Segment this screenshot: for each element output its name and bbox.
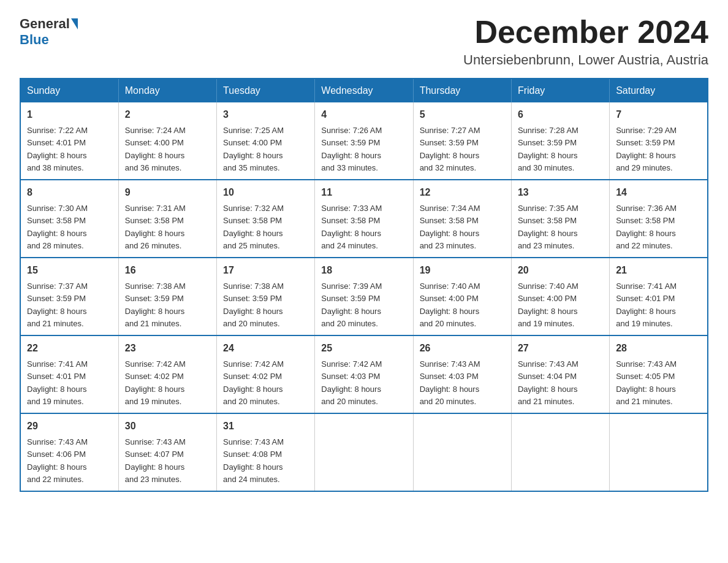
day-number: 25 <box>321 341 406 356</box>
day-info: Sunrise: 7:40 AMSunset: 4:00 PMDaylight:… <box>518 282 578 328</box>
day-number: 7 <box>616 107 701 122</box>
day-number: 8 <box>27 185 112 200</box>
col-tuesday: Tuesday <box>217 79 315 102</box>
day-number: 20 <box>518 263 603 278</box>
calendar-day-cell <box>511 413 609 491</box>
calendar-day-cell: 1 Sunrise: 7:22 AMSunset: 4:01 PMDayligh… <box>20 102 118 180</box>
day-info: Sunrise: 7:36 AMSunset: 3:58 PMDaylight:… <box>616 204 677 250</box>
day-info: Sunrise: 7:35 AMSunset: 3:58 PMDaylight:… <box>518 204 578 250</box>
calendar-day-cell: 31 Sunrise: 7:43 AMSunset: 4:08 PMDaylig… <box>217 413 315 491</box>
day-info: Sunrise: 7:43 AMSunset: 4:06 PMDaylight:… <box>27 437 88 484</box>
calendar-day-cell: 6 Sunrise: 7:28 AMSunset: 3:59 PMDayligh… <box>511 102 609 180</box>
col-sunday: Sunday <box>20 79 118 102</box>
day-number: 17 <box>223 263 308 278</box>
day-number: 22 <box>27 341 112 356</box>
calendar-day-cell <box>413 413 511 491</box>
day-number: 27 <box>518 341 603 356</box>
day-number: 26 <box>420 341 505 356</box>
day-number: 21 <box>616 263 701 278</box>
logo-text-general: General <box>20 16 70 31</box>
calendar-day-cell: 29 Sunrise: 7:43 AMSunset: 4:06 PMDaylig… <box>20 413 118 491</box>
day-number: 16 <box>125 263 210 278</box>
day-info: Sunrise: 7:43 AMSunset: 4:05 PMDaylight:… <box>616 359 677 406</box>
calendar-week-row: 1 Sunrise: 7:22 AMSunset: 4:01 PMDayligh… <box>20 102 708 180</box>
day-number: 14 <box>616 185 701 200</box>
day-number: 18 <box>321 263 406 278</box>
day-number: 29 <box>27 419 112 434</box>
day-number: 12 <box>420 185 505 200</box>
day-info: Sunrise: 7:37 AMSunset: 3:59 PMDaylight:… <box>27 282 88 328</box>
col-wednesday: Wednesday <box>315 79 413 102</box>
day-info: Sunrise: 7:34 AMSunset: 3:58 PMDaylight:… <box>420 204 480 250</box>
day-info: Sunrise: 7:25 AMSunset: 4:00 PMDaylight:… <box>223 126 284 172</box>
calendar-day-cell: 30 Sunrise: 7:43 AMSunset: 4:07 PMDaylig… <box>118 413 216 491</box>
day-info: Sunrise: 7:40 AMSunset: 4:00 PMDaylight:… <box>420 282 480 328</box>
day-number: 10 <box>223 185 308 200</box>
calendar-day-cell: 14 Sunrise: 7:36 AMSunset: 3:58 PMDaylig… <box>610 180 708 258</box>
col-saturday: Saturday <box>610 79 708 102</box>
day-info: Sunrise: 7:30 AMSunset: 3:58 PMDaylight:… <box>27 204 88 250</box>
calendar-day-cell: 21 Sunrise: 7:41 AMSunset: 4:01 PMDaylig… <box>610 258 708 335</box>
day-info: Sunrise: 7:43 AMSunset: 4:04 PMDaylight:… <box>518 359 578 406</box>
day-info: Sunrise: 7:43 AMSunset: 4:03 PMDaylight:… <box>420 359 480 406</box>
day-info: Sunrise: 7:28 AMSunset: 3:59 PMDaylight:… <box>518 126 578 172</box>
day-info: Sunrise: 7:43 AMSunset: 4:07 PMDaylight:… <box>125 437 186 484</box>
calendar-day-cell: 24 Sunrise: 7:42 AMSunset: 4:02 PMDaylig… <box>217 335 315 413</box>
day-info: Sunrise: 7:22 AMSunset: 4:01 PMDaylight:… <box>27 126 88 172</box>
calendar-day-cell: 9 Sunrise: 7:31 AMSunset: 3:58 PMDayligh… <box>118 180 216 258</box>
day-info: Sunrise: 7:38 AMSunset: 3:59 PMDaylight:… <box>125 282 186 328</box>
calendar-day-cell: 27 Sunrise: 7:43 AMSunset: 4:04 PMDaylig… <box>511 335 609 413</box>
day-number: 6 <box>518 107 603 122</box>
day-number: 23 <box>125 341 210 356</box>
day-info: Sunrise: 7:43 AMSunset: 4:08 PMDaylight:… <box>223 437 284 484</box>
location-subtitle: Untersiebenbrunn, Lower Austria, Austria <box>463 52 708 68</box>
day-number: 1 <box>27 107 112 122</box>
day-info: Sunrise: 7:42 AMSunset: 4:03 PMDaylight:… <box>321 359 382 406</box>
day-number: 5 <box>420 107 505 122</box>
day-info: Sunrise: 7:33 AMSunset: 3:58 PMDaylight:… <box>321 204 382 250</box>
day-number: 30 <box>125 419 210 434</box>
calendar-day-cell: 12 Sunrise: 7:34 AMSunset: 3:58 PMDaylig… <box>413 180 511 258</box>
day-info: Sunrise: 7:29 AMSunset: 3:59 PMDaylight:… <box>616 126 677 172</box>
calendar-day-cell: 7 Sunrise: 7:29 AMSunset: 3:59 PMDayligh… <box>610 102 708 180</box>
day-number: 15 <box>27 263 112 278</box>
day-info: Sunrise: 7:26 AMSunset: 3:59 PMDaylight:… <box>321 126 382 172</box>
day-number: 24 <box>223 341 308 356</box>
day-info: Sunrise: 7:24 AMSunset: 4:00 PMDaylight:… <box>125 126 186 172</box>
col-friday: Friday <box>511 79 609 102</box>
calendar-day-cell: 20 Sunrise: 7:40 AMSunset: 4:00 PMDaylig… <box>511 258 609 335</box>
calendar-day-cell: 4 Sunrise: 7:26 AMSunset: 3:59 PMDayligh… <box>315 102 413 180</box>
day-number: 11 <box>321 185 406 200</box>
day-number: 3 <box>223 107 308 122</box>
calendar-day-cell: 17 Sunrise: 7:38 AMSunset: 3:59 PMDaylig… <box>217 258 315 335</box>
day-number: 31 <box>223 419 308 434</box>
calendar-day-cell <box>610 413 708 491</box>
day-number: 19 <box>420 263 505 278</box>
calendar-day-cell <box>315 413 413 491</box>
calendar-day-cell: 18 Sunrise: 7:39 AMSunset: 3:59 PMDaylig… <box>315 258 413 335</box>
day-number: 2 <box>125 107 210 122</box>
calendar-week-row: 29 Sunrise: 7:43 AMSunset: 4:06 PMDaylig… <box>20 413 708 491</box>
calendar-day-cell: 2 Sunrise: 7:24 AMSunset: 4:00 PMDayligh… <box>118 102 216 180</box>
calendar-week-row: 22 Sunrise: 7:41 AMSunset: 4:01 PMDaylig… <box>20 335 708 413</box>
calendar-day-cell: 3 Sunrise: 7:25 AMSunset: 4:00 PMDayligh… <box>217 102 315 180</box>
day-info: Sunrise: 7:39 AMSunset: 3:59 PMDaylight:… <box>321 282 382 328</box>
calendar-day-cell: 15 Sunrise: 7:37 AMSunset: 3:59 PMDaylig… <box>20 258 118 335</box>
col-monday: Monday <box>118 79 216 102</box>
calendar-day-cell: 25 Sunrise: 7:42 AMSunset: 4:03 PMDaylig… <box>315 335 413 413</box>
day-info: Sunrise: 7:41 AMSunset: 4:01 PMDaylight:… <box>616 282 677 328</box>
day-number: 4 <box>321 107 406 122</box>
day-number: 13 <box>518 185 603 200</box>
day-info: Sunrise: 7:31 AMSunset: 3:58 PMDaylight:… <box>125 204 186 250</box>
calendar-week-row: 8 Sunrise: 7:30 AMSunset: 3:58 PMDayligh… <box>20 180 708 258</box>
col-thursday: Thursday <box>413 79 511 102</box>
day-info: Sunrise: 7:42 AMSunset: 4:02 PMDaylight:… <box>223 359 284 406</box>
day-info: Sunrise: 7:42 AMSunset: 4:02 PMDaylight:… <box>125 359 186 406</box>
calendar-day-cell: 23 Sunrise: 7:42 AMSunset: 4:02 PMDaylig… <box>118 335 216 413</box>
calendar-day-cell: 11 Sunrise: 7:33 AMSunset: 3:58 PMDaylig… <box>315 180 413 258</box>
title-section: December 2024 Untersiebenbrunn, Lower Au… <box>463 15 708 68</box>
calendar-header-row: Sunday Monday Tuesday Wednesday Thursday… <box>20 79 708 102</box>
logo: General Blue <box>20 17 78 47</box>
calendar-day-cell: 19 Sunrise: 7:40 AMSunset: 4:00 PMDaylig… <box>413 258 511 335</box>
calendar-day-cell: 5 Sunrise: 7:27 AMSunset: 3:59 PMDayligh… <box>413 102 511 180</box>
